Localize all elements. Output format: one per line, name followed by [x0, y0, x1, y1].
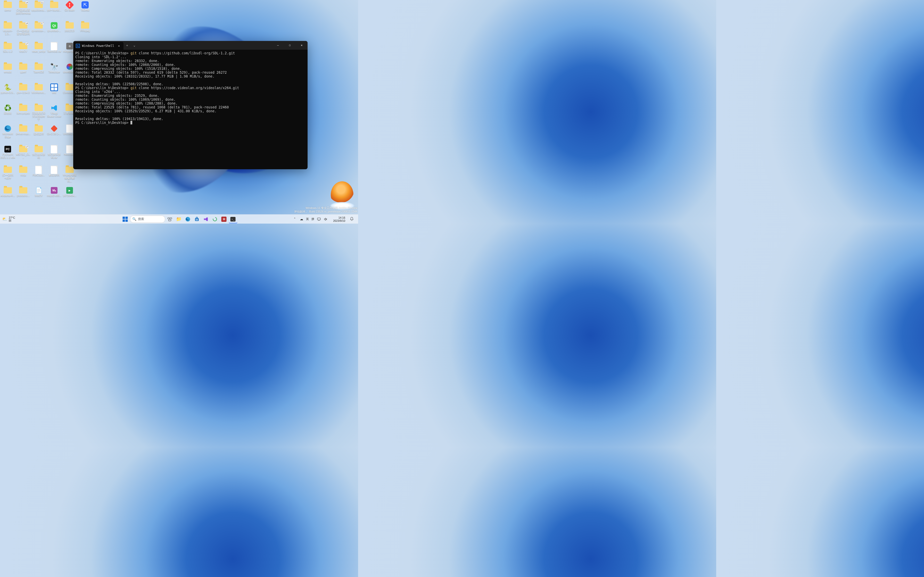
desktop-icon[interactable]: 📄firstCV — [31, 187, 47, 197]
desktop-icon[interactable]: gperf — [16, 63, 31, 74]
titlebar[interactable]: >_ Windows PowerShell ✕ ＋ ⌄ ― ☐ ✕ — [73, 41, 308, 50]
taskbar-app-store[interactable] — [192, 215, 201, 223]
icon-graphic: ⚙ — [65, 42, 74, 50]
taskbar-search[interactable]: 🔍 搜索 — [130, 216, 165, 223]
desktop-icon[interactable]: emsdk — [0, 63, 16, 74]
desktop-icon[interactable]: Git Bash — [62, 1, 78, 12]
desktop-icon[interactable]: 🐍python-3.9... — [0, 84, 16, 94]
close-button[interactable]: ✕ — [296, 41, 308, 49]
tray-network-icon[interactable] — [316, 215, 322, 223]
desktop-icon[interactable]: llvm-project — [16, 104, 31, 115]
desktop-icon[interactable]: 远程监控 — [31, 125, 47, 135]
desktop-icon[interactable]: ⇱ToDesk — [78, 1, 93, 12]
weather-icon: ⛅ — [2, 217, 7, 221]
tray-volume-icon[interactable] — [323, 215, 328, 223]
desktop-icon[interactable]: lz4net-mas... — [16, 125, 31, 135]
icon-graphic — [19, 187, 27, 194]
icon-graphic — [34, 42, 43, 50]
icon-label: qt-remote-... — [31, 29, 46, 32]
ime-language[interactable]: 英 — [305, 217, 310, 221]
desktop-icon[interactable]: zlib1213 — [62, 22, 78, 32]
desktop-icon[interactable]: reset_script — [31, 42, 47, 53]
spinner-icon — [213, 217, 217, 221]
minimize-button[interactable]: ― — [272, 41, 284, 49]
desktop-icon[interactable]: 无限重置30天试用期终于 — [31, 104, 47, 121]
tray-onedrive-icon[interactable]: ☁ — [299, 215, 304, 223]
desktop-icon[interactable]: demo — [0, 1, 16, 12]
desktop-icon[interactable]: M₂msys2-x86... — [47, 187, 62, 197]
taskbar-app-explorer[interactable]: 📁 — [174, 215, 183, 223]
new-tab-button[interactable]: ＋ — [123, 41, 131, 50]
desktop-icon[interactable]: vsyasm-1.3... — [0, 22, 16, 35]
icon-graphic — [19, 84, 27, 91]
icon-graphic — [50, 84, 58, 91]
taskbar-app-visualstudio[interactable] — [202, 215, 210, 223]
desktop-icon[interactable]: 解压密码 — [47, 166, 62, 177]
icon-graphic: 14 — [19, 1, 27, 9]
desktop-icon[interactable]: 17firstCV — [16, 42, 31, 53]
tray-overflow-button[interactable]: ˄ — [292, 215, 297, 223]
desktop-icon[interactable]: PCPyCharm 2021.1.1 x64 — [0, 145, 16, 159]
taskbar-app-loading[interactable] — [211, 215, 219, 223]
icon-graphic — [19, 63, 27, 71]
titlebar-spacer — [138, 41, 272, 50]
desktop-icon[interactable]: Microsoft Edge — [0, 125, 16, 139]
start-button[interactable] — [121, 215, 129, 223]
desktop-icon[interactable]: 14C#远程桌面源码Terminal — [16, 1, 31, 15]
svg-rect-12 — [197, 219, 198, 220]
terminal-output[interactable]: PS C:\Users\lin_h\Desktop> git clone htt… — [73, 50, 308, 169]
icon-graphic — [3, 22, 12, 29]
ime-mode[interactable]: 拼 — [311, 217, 315, 221]
desktop-icon[interactable]: ▶16726454... — [62, 187, 78, 197]
desktop-icon[interactable]: ♻️回收站 — [0, 104, 16, 115]
show-desktop-button[interactable] — [357, 214, 358, 224]
desktop-icon[interactable]: test — [47, 84, 62, 94]
desktop-icon[interactable]: TasmIDE — [31, 63, 47, 74]
taskbar-clock[interactable]: 14:16 2023/9/10 — [331, 216, 347, 222]
desktop-icon[interactable]: Andama-R... — [0, 187, 16, 197]
desktop-icon[interactable]: Git-2.39.1-... — [47, 125, 62, 135]
desktop-icon[interactable]: 17MSTSC_CL... — [16, 145, 31, 159]
desktop-icon[interactable]: photosho... — [16, 187, 31, 197]
tab-powershell[interactable]: >_ Windows PowerShell ✕ — [73, 42, 123, 50]
desktop-icon[interactable]: 17qt-remote-... — [31, 22, 47, 32]
desktop-icon[interactable]: TasmIDE.rar — [47, 42, 62, 53]
icon-graphic — [50, 166, 58, 174]
desktop-icon[interactable]: WinRemot... — [31, 84, 47, 94]
icon-label: reset_script — [31, 50, 46, 53]
desktop-icon[interactable]: 🔭Telescope — [47, 63, 62, 74]
icon-label: vsyasm-1.3... — [0, 29, 15, 35]
tab-title: Windows PowerShell — [82, 44, 114, 48]
desktop-icon[interactable]: FileCopy... — [31, 166, 47, 177]
icon-graphic: 17 — [34, 22, 43, 29]
icon-graphic — [65, 22, 74, 29]
desktop-icon[interactable]: 11qtquickexa... — [31, 1, 47, 12]
desktop-icon[interactable]: 知己娱乐源码.rar — [47, 145, 62, 159]
icon-graphic: 📄 — [34, 187, 43, 194]
desktop-icon[interactable]: (C++源码+程序 — [0, 166, 16, 180]
icon-label: gtk+-3.94.0 — [16, 91, 31, 94]
icon-label: Andama-R... — [0, 194, 15, 197]
taskbar-app-terminal[interactable]: >_ — [229, 215, 237, 223]
tab-dropdown-button[interactable]: ⌄ — [131, 41, 138, 50]
pc-icon — [317, 218, 321, 221]
icon-label: SDL-1.2 — [0, 50, 15, 53]
taskbar-app-xshell[interactable]: ⌘ — [220, 215, 228, 223]
desktop-icon[interactable]: FFmpeg — [78, 22, 93, 32]
desktop-icon[interactable]: gtk+-bundl... — [47, 1, 62, 12]
svg-rect-13 — [196, 220, 197, 221]
task-view-button[interactable] — [165, 215, 174, 223]
icon-graphic: ▶ — [65, 187, 74, 194]
desktop-icon[interactable]: gtk+-3.94.0 — [16, 84, 31, 94]
taskbar-weather[interactable]: ⛅ 27°C 阴 — [0, 216, 15, 222]
taskbar-app-edge[interactable] — [184, 215, 192, 223]
desktop-icon[interactable]: Qtqt-unified-... — [47, 22, 62, 32]
maximize-button[interactable]: ☐ — [284, 41, 296, 49]
tab-close-button[interactable]: ✕ — [117, 44, 121, 48]
desktop-icon[interactable]: 14C++远程桌面管理源码 — [16, 22, 31, 35]
desktop-icon[interactable]: Visual Studio Code — [47, 104, 62, 118]
desktop-icon[interactable]: SDL-1.2 — [0, 42, 16, 53]
notification-center-button[interactable] — [348, 217, 355, 221]
desktop-icon[interactable]: 知己娱乐源码 — [31, 145, 47, 159]
desktop-icon[interactable]: ninja — [16, 166, 31, 177]
